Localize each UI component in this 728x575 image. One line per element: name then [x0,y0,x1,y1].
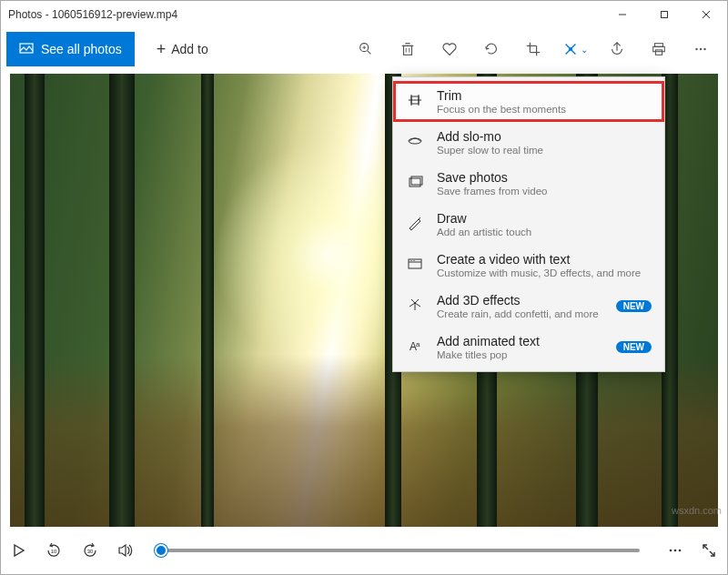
animated-text-icon: Aa [406,337,424,355]
chevron-down-icon: ⌄ [581,45,588,55]
rotate-button[interactable] [470,28,512,70]
delete-button[interactable] [387,28,429,70]
svg-marker-26 [15,545,24,556]
edit-dropdown-menu: TrimFocus on the best moments Add slo-mo… [392,76,665,372]
svg-rect-20 [655,44,663,47]
zoom-button[interactable] [345,28,387,70]
svg-marker-29 [119,545,126,556]
svg-point-25 [703,48,705,50]
svg-text:a: a [416,340,420,348]
maximize-button[interactable] [643,1,685,28]
menu-title: Add slo-mo [437,129,652,144]
svg-rect-43 [409,259,421,268]
svg-rect-1 [662,12,668,18]
seek-thumb[interactable] [155,544,167,557]
menu-title: Save photos [437,170,652,185]
play-button[interactable] [12,543,26,558]
print-button[interactable] [638,28,680,70]
new-badge: NEW [616,300,652,312]
svg-rect-21 [653,46,665,51]
svg-point-46 [413,260,414,261]
close-button[interactable] [685,1,727,28]
svg-point-47 [414,302,416,304]
menu-subtitle: Super slow to real time [437,145,652,156]
svg-line-6 [368,51,371,55]
menu-item-3d-effects[interactable]: Add 3D effectsCreate rain, add confetti,… [393,286,664,327]
plus-icon: + [157,40,167,59]
menu-subtitle: Make titles pop [437,349,603,360]
menu-subtitle: Add an artistic touch [437,227,652,237]
svg-point-24 [700,48,702,50]
svg-point-31 [674,550,677,552]
more-button[interactable] [680,28,722,70]
menu-item-animated-text[interactable]: Aa Add animated textMake titles pop NEW [393,327,664,368]
see-all-photos-button[interactable]: See all photos [6,32,135,66]
svg-text:10: 10 [51,549,57,554]
menu-subtitle: Customize with music, 3D effects, and mo… [437,267,652,278]
menu-item-slomo[interactable]: Add slo-moSuper slow to real time [393,122,664,163]
svg-point-39 [409,138,421,144]
menu-item-save-photos[interactable]: Save photosSave frames from video [393,163,664,204]
playbar-more-button[interactable] [667,542,683,559]
menu-title: Add 3D effects [437,293,603,308]
svg-line-42 [419,217,420,219]
crop-button[interactable] [512,28,554,70]
favorite-button[interactable] [429,28,470,70]
draw-icon [406,214,424,232]
menu-item-draw[interactable]: DrawAdd an artistic touch [393,204,664,245]
save-photos-icon [406,173,424,191]
trim-icon [406,91,424,109]
menu-title: Add animated text [437,334,603,348]
add-to-label: Add to [171,42,207,56]
menu-title: Create a video with text [437,252,652,267]
svg-point-32 [679,550,682,552]
menu-subtitle: Focus on the best moments [437,104,652,115]
titlebar: Photos - 1060516912-preview.mp4 [1,1,727,28]
video-text-icon [406,255,424,273]
svg-line-33 [703,545,708,550]
fullscreen-button[interactable] [702,543,716,558]
volume-button[interactable] [117,542,134,559]
effects-3d-icon [406,296,424,314]
minimize-button[interactable] [602,1,643,28]
seek-slider[interactable] [161,549,640,552]
menu-item-trim[interactable]: TrimFocus on the best moments [393,81,664,122]
menu-title: Trim [437,88,652,103]
photos-icon [19,41,34,58]
svg-point-23 [695,48,697,50]
new-badge: NEW [616,341,652,353]
menu-subtitle: Save frames from video [437,186,652,197]
share-button[interactable] [596,28,638,70]
menu-subtitle: Create rain, add confetti, and more [437,308,603,319]
svg-rect-22 [655,50,662,55]
svg-point-30 [670,550,672,552]
slomo-icon [406,132,424,150]
edit-create-button[interactable]: ⌄ [554,28,596,70]
app-window: Photos - 1060516912-preview.mp4 See all … [0,0,728,575]
see-all-photos-label: See all photos [41,42,122,56]
svg-line-34 [710,551,714,556]
toolbar: See all photos + Add to ⌄ [1,28,727,70]
menu-item-video-text[interactable]: Create a video with textCustomize with m… [393,245,664,286]
add-to-button[interactable]: + Add to [144,32,221,66]
skip-back-button[interactable]: 10 [45,541,63,560]
svg-rect-9 [404,45,412,55]
watermark: wsxdn.com [672,505,722,516]
svg-point-45 [410,260,411,261]
svg-text:30: 30 [87,549,94,554]
window-title: Photos - 1060516912-preview.mp4 [8,8,602,21]
playback-bar: 10 30 [1,527,727,574]
skip-forward-button[interactable]: 30 [81,541,99,560]
menu-title: Draw [437,211,652,226]
